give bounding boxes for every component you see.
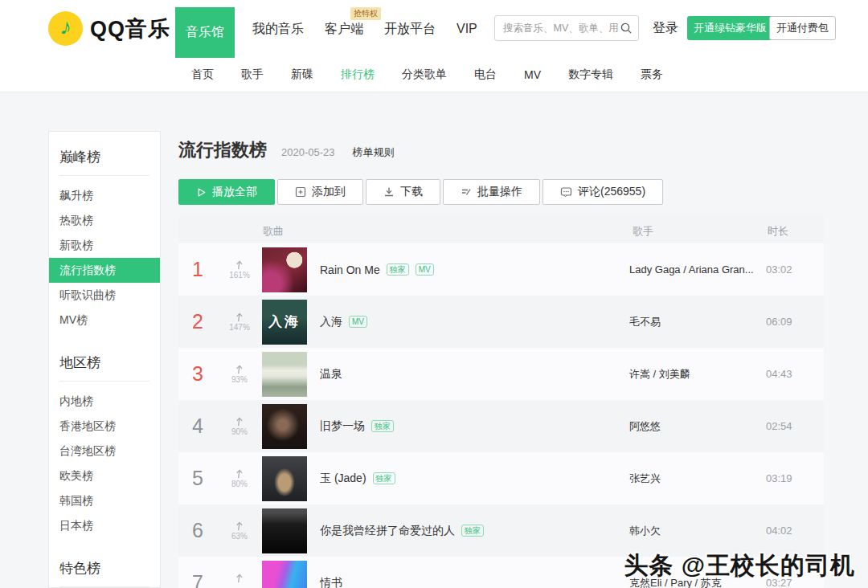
column-header-artist: 歌手 — [633, 224, 653, 239]
trend-up-icon — [235, 468, 245, 479]
sidebar-item-mv[interactable]: MV榜 — [49, 308, 160, 333]
mv-badge[interactable]: MV — [416, 263, 434, 276]
trend-up-icon — [235, 521, 245, 531]
sidebar-item-soaring[interactable]: 飙升榜 — [49, 183, 160, 208]
download-button[interactable]: 下载 — [366, 179, 440, 205]
logo-icon: ♪ — [48, 11, 83, 46]
song-artist[interactable]: 张艺兴 — [629, 472, 766, 486]
sidebar-item-song-recognition[interactable]: 听歌识曲榜 — [49, 283, 160, 308]
trend-up-icon — [235, 573, 245, 583]
subnav-new-albums[interactable]: 新碟 — [291, 67, 313, 82]
song-duration: 03:19 — [766, 472, 824, 484]
album-cover[interactable] — [262, 561, 307, 588]
sidebar-item-new-songs[interactable]: 新歌榜 — [49, 233, 160, 258]
green-diamond-button[interactable]: 开通绿钻豪华版 — [687, 16, 773, 40]
trend-percent: 161% — [229, 271, 250, 280]
nav-vip[interactable]: VIP — [453, 22, 481, 36]
search-box[interactable] — [494, 15, 639, 41]
login-link[interactable]: 登录 — [653, 20, 678, 37]
sidebar-item-japan[interactable]: 日本榜 — [49, 513, 160, 538]
song-artist[interactable]: 毛不易 — [629, 315, 766, 329]
trend-indicator: 63% — [217, 521, 262, 541]
qq-music-page: ♪ QQ音乐 音乐馆 我的音乐 客户端抢特权 开放平台 VIP 登录 开通绿钻豪… — [0, 0, 868, 588]
watermark: 头条 @王校长的司机 — [624, 549, 855, 582]
song-duration: 03:02 — [766, 263, 824, 276]
rank-number: 3 — [178, 362, 217, 386]
trend-up-icon — [235, 259, 245, 270]
song-cell: Rain On Me 独家 MV — [307, 263, 629, 276]
nav-open-platform[interactable]: 开放平台 — [381, 21, 439, 38]
add-icon — [295, 186, 306, 198]
play-all-button[interactable]: 播放全部 — [178, 179, 275, 205]
comments-button[interactable]: 评论(256955) — [542, 179, 663, 205]
sidebar-item-hot-songs[interactable]: 热歌榜 — [49, 208, 160, 233]
album-cover[interactable] — [262, 404, 307, 449]
song-row[interactable]: 5 80% 玉 (Jade) 独家 张艺兴 03:19 — [178, 452, 824, 504]
subnav-rankings[interactable]: 排行榜 — [341, 67, 375, 82]
album-cover[interactable] — [262, 508, 307, 553]
song-artist[interactable]: 韩小欠 — [629, 524, 766, 538]
add-to-button[interactable]: 添加到 — [277, 179, 363, 205]
sidebar: 巅峰榜 飙升榜 热歌榜 新歌榜 流行指数榜 听歌识曲榜 MV榜 地区榜 内地榜 … — [48, 131, 161, 588]
sidebar-item-korea[interactable]: 韩国榜 — [49, 488, 160, 513]
subnav-home[interactable]: 首页 — [191, 67, 214, 82]
trend-percent: 93% — [231, 375, 248, 384]
rules-link[interactable]: 榜单规则 — [353, 145, 395, 160]
song-list: 1 161% Rain On Me 独家 MV Lady Gaga / Aria… — [178, 243, 824, 588]
nav-my-music[interactable]: 我的音乐 — [249, 21, 307, 38]
song-title[interactable]: 玉 (Jade) — [320, 472, 366, 486]
song-title[interactable]: 旧梦一场 — [320, 419, 365, 434]
music-note-icon: ♪ — [58, 14, 73, 41]
rank-number: 1 — [178, 258, 217, 281]
batch-actions-button[interactable]: 批量操作 — [443, 179, 540, 205]
sidebar-item-popularity-index[interactable]: 流行指数榜 — [49, 258, 160, 283]
trend-percent: 63% — [231, 532, 248, 541]
subnav-radio[interactable]: 电台 — [474, 67, 497, 82]
search-input[interactable] — [495, 22, 620, 34]
trend-indicator: 80% — [217, 468, 262, 488]
nav-client[interactable]: 客户端抢特权 — [321, 21, 366, 38]
song-title[interactable]: 入海 — [320, 315, 342, 329]
song-artist[interactable]: 阿悠悠 — [629, 419, 766, 434]
song-cell: 情书 — [307, 576, 629, 588]
album-cover[interactable]: 入海 — [262, 300, 307, 345]
sidebar-item-western[interactable]: 欧美榜 — [49, 463, 160, 488]
song-title[interactable]: Rain On Me — [320, 263, 380, 276]
subnav-singers[interactable]: 歌手 — [241, 67, 264, 82]
song-row[interactable]: 3 93% 温泉 许嵩 / 刘美麟 04:43 — [178, 348, 824, 400]
qq-music-logo[interactable]: ♪ QQ音乐 — [48, 11, 170, 46]
subnav-mv[interactable]: MV — [524, 68, 541, 81]
song-row[interactable]: 2 147% 入海 入海 MV 毛不易 06:09 — [178, 296, 824, 348]
brand-name: QQ音乐 — [90, 14, 170, 43]
sidebar-item-hongkong[interactable]: 香港地区榜 — [49, 414, 160, 439]
pay-package-button[interactable]: 开通付费包 — [769, 16, 836, 40]
album-cover[interactable] — [262, 456, 307, 501]
song-artist[interactable]: Lady Gaga / Ariana Gran... — [629, 263, 766, 276]
divider — [59, 586, 149, 587]
title-row: 流行指数榜 2020-05-23 榜单规则 — [178, 138, 824, 162]
song-title[interactable]: 温泉 — [320, 367, 342, 382]
trend-up-icon — [235, 416, 245, 427]
album-cover[interactable] — [262, 352, 307, 397]
mv-badge[interactable]: MV — [349, 316, 367, 329]
album-cover[interactable] — [262, 247, 307, 292]
subnav-tickets[interactable]: 票务 — [641, 67, 663, 82]
nav-music-hall[interactable]: 音乐馆 — [175, 7, 235, 58]
song-row[interactable]: 4 90% 旧梦一场 独家 阿悠悠 02:54 — [178, 400, 824, 452]
exclusive-badge: 独家 — [387, 263, 409, 276]
song-duration: 02:54 — [766, 420, 824, 432]
subnav-playlists[interactable]: 分类歌单 — [402, 67, 447, 82]
sidebar-section-featured: 特色榜 — [59, 559, 160, 578]
song-title[interactable]: 情书 — [320, 576, 342, 588]
song-row[interactable]: 1 161% Rain On Me 独家 MV Lady Gaga / Aria… — [178, 243, 824, 296]
trend-percent: 90% — [231, 427, 248, 436]
divider — [59, 381, 149, 382]
subnav-digital-albums[interactable]: 数字专辑 — [568, 67, 613, 82]
song-artist[interactable]: 许嵩 / 刘美麟 — [629, 367, 766, 382]
batch-icon — [461, 186, 472, 198]
trend-up-icon — [235, 364, 245, 374]
search-icon[interactable] — [620, 22, 633, 35]
sidebar-item-taiwan[interactable]: 台湾地区榜 — [49, 439, 160, 463]
song-title[interactable]: 你是我曾经拼了命爱过的人 — [320, 524, 455, 538]
sidebar-item-mainland[interactable]: 内地榜 — [49, 389, 160, 414]
